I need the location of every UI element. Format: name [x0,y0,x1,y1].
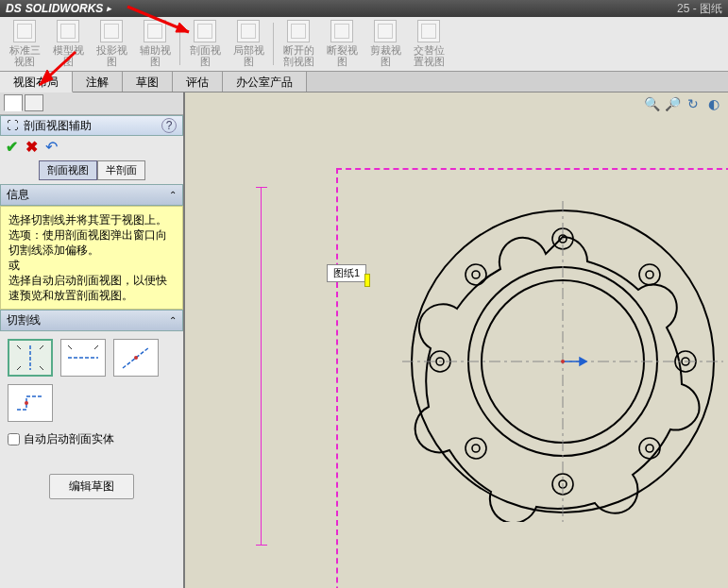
svg-point-14 [639,264,660,285]
auto-start-label: 自动启动剖面实体 [24,431,114,447]
collapse-icon: ⌃ [169,190,177,200]
svg-point-27 [472,271,480,278]
cutline-title: 切割线 [7,312,41,328]
brand-text: SOLIDWORKS [25,2,104,15]
tab-section-view[interactable]: 剖面视图 [39,160,97,180]
projected-view-icon [100,20,123,42]
cutline-options [8,339,176,422]
svg-point-22 [466,438,486,459]
work-area: ⛶ 剖面视图辅助 ? ✔ ✖ ↶ 剖面视图 半剖面 信息 ⌃ 选择切割线并将其置… [0,92,728,588]
annotation-arrow-1 [123,2,208,40]
detail-view-icon [237,20,260,42]
ribbon-separator [273,23,274,65]
pm-title: 剖面视图辅助 [24,118,92,134]
pm-header: ⛶ 剖面视图辅助 ? [0,115,183,136]
svg-point-23 [472,445,480,452]
help-icon[interactable]: ? [161,118,177,133]
svg-point-18 [639,438,660,459]
panel-tab-other[interactable] [25,94,43,111]
cutline-body: 自动启动剖面实体 [0,331,183,457]
pm-controls: ✔ ✖ ↶ [0,136,183,157]
alternate-position-icon [417,20,440,42]
ribbon-broken-section[interactable]: 断开的剖视图 [278,19,319,68]
auto-start-input[interactable] [8,433,20,445]
edit-sketch-button[interactable]: 编辑草图 [49,474,134,499]
model-view-icon [57,20,79,42]
property-manager: ⛶ 剖面视图辅助 ? ✔ ✖ ↶ 剖面视图 半剖面 信息 ⌃ 选择切割线并将其置… [0,92,185,588]
cutline-offset[interactable] [8,384,53,422]
tab-office[interactable]: 办公室产品 [223,72,307,92]
logo-mark: DS [6,2,22,15]
zoom-area-icon[interactable]: 🔎 [664,96,681,113]
document-name: 25 - 图纸 [677,1,722,17]
cutline-header[interactable]: 切割线 ⌃ [0,310,183,331]
undo-button[interactable]: ↶ [45,138,58,156]
text-cursor [364,274,370,287]
info-header[interactable]: 信息 ⌃ [0,184,183,206]
ribbon-detail-view[interactable]: 局部视图 [228,19,269,68]
auto-start-checkbox[interactable]: 自动启动剖面实体 [8,429,176,449]
svg-point-26 [466,264,486,285]
command-tabs: 视图布局 注解 草图 评估 办公室产品 [0,72,728,92]
standard-3view-icon [13,20,36,42]
flange-drawing [402,201,723,522]
svg-marker-1 [176,23,189,32]
dropdown-icon[interactable]: ▸ [107,4,111,13]
svg-marker-3 [40,70,53,85]
app-logo: DS SOLIDWORKS ▸ [6,2,111,15]
info-message: 选择切割线并将其置于视图上。 选项：使用剖面视图弹出窗口向切割线添加偏移。 或 … [0,206,183,310]
broken-section-icon [287,20,310,42]
collapse-icon: ⌃ [169,315,177,326]
cutline-horizontal[interactable] [60,339,106,377]
display-icon[interactable]: ◐ [705,96,722,113]
cutline-vertical[interactable] [8,339,53,377]
tab-evaluate[interactable]: 评估 [173,72,223,92]
svg-point-32 [561,360,565,363]
ribbon-alternate-position[interactable]: 交替位置视图 [408,19,449,68]
dimension-line [261,187,262,546]
sheet-label: 图纸1 [327,264,366,282]
ok-button[interactable]: ✔ [6,138,18,156]
title-bar: DS SOLIDWORKS ▸ 25 - 图纸 [0,0,728,17]
tab-sketch[interactable]: 草图 [123,72,173,92]
cancel-button[interactable]: ✖ [25,138,38,156]
svg-marker-31 [580,358,586,365]
drawing-canvas[interactable]: 🔍 🔎 ↻ ◐ 图纸1 [185,92,728,588]
rotate-icon[interactable]: ↻ [685,96,702,113]
svg-point-7 [134,356,138,360]
svg-point-15 [646,271,653,278]
info-title: 信息 [7,187,29,203]
ribbon-crop-view[interactable]: 剪裁视图 [364,19,406,68]
panel-tabs [0,92,183,115]
annotation-arrow-2 [28,47,85,94]
ribbon-break-view[interactable]: 断裂视图 [321,19,363,68]
break-view-icon [330,20,353,42]
crop-view-icon [374,20,397,42]
panel-tab-feature[interactable] [4,94,23,111]
ribbon-toolbar: 标准三视图 模型视图 投影视图 辅助视图 剖面视图 局部视图 断开的剖视图 断裂… [0,17,728,72]
svg-point-8 [25,401,28,405]
view-tools: 🔍 🔎 ↻ ◐ [643,96,722,113]
svg-point-19 [646,445,653,452]
cutline-aligned[interactable] [113,339,159,377]
section-type-tabs: 剖面视图 半剖面 [0,157,183,184]
tab-half-section[interactable]: 半剖面 [97,160,145,180]
zoom-fit-icon[interactable]: 🔍 [643,96,660,113]
section-view-assist-icon: ⛶ [7,119,18,132]
